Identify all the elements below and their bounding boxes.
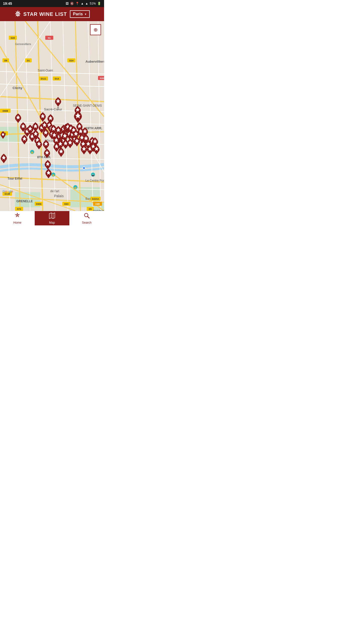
svg-text:👑: 👑: [31, 151, 33, 154]
app-title: STAR WINE LIST: [23, 11, 67, 17]
status-time: 19:45: [3, 2, 12, 6]
home-label: Home: [13, 221, 21, 224]
search-icon: [83, 212, 90, 220]
wine-marker[interactable]: [92, 144, 101, 154]
wine-marker[interactable]: [0, 131, 6, 139]
svg-text:N1: N1: [48, 37, 51, 39]
svg-text:Clichy: Clichy: [13, 86, 23, 90]
image-icon: 🖼: [66, 2, 69, 5]
svg-text:Saint-Ouen: Saint-Ouen: [38, 69, 53, 72]
wine-marker[interactable]: [72, 110, 83, 123]
wine-marker[interactable]: [43, 159, 52, 170]
svg-text:D63: D63: [64, 203, 69, 205]
svg-text:D111: D111: [41, 77, 46, 80]
nav-home[interactable]: Home: [0, 211, 35, 225]
svg-text:D24: D24: [69, 59, 74, 62]
nav-search[interactable]: Search: [69, 211, 104, 225]
wine-marker[interactable]: [46, 114, 55, 124]
svg-text:Aubervilliers: Aubervilliers: [85, 60, 104, 63]
wine-marker[interactable]: [14, 113, 22, 123]
city-selector[interactable]: Paris ▼: [70, 10, 90, 18]
svg-text:N301: N301: [100, 77, 104, 79]
crosshair-icon: ⊕: [94, 27, 98, 33]
svg-text:Palais: Palais: [54, 194, 64, 198]
svg-text:D906: D906: [36, 203, 41, 205]
google-g: G: [3, 189, 5, 193]
battery-text: 51%: [90, 2, 96, 5]
home-star-icon: [14, 212, 21, 220]
search-label: Search: [82, 221, 92, 224]
wine-marker[interactable]: [38, 112, 47, 122]
svg-text:D908: D908: [3, 110, 8, 112]
star-wine-icon: [14, 10, 21, 18]
svg-line-166: [87, 216, 89, 218]
svg-text:📷: 📷: [92, 174, 94, 176]
location-icon: 📍: [75, 2, 79, 5]
svg-text:D14: D14: [55, 77, 59, 80]
svg-text:Tour Eiffel: Tour Eiffel: [8, 177, 22, 180]
svg-text:D9: D9: [4, 59, 7, 62]
status-bar: 19:45 🖼 🔇 📍 ▲ ▲ 51% 🔋: [0, 0, 104, 7]
city-arrow: ▼: [84, 13, 87, 16]
svg-text:D20: D20: [11, 37, 15, 39]
city-name: Paris: [73, 12, 83, 16]
wifi-icon: ▲: [81, 2, 84, 5]
svg-text:D72: D72: [17, 208, 21, 210]
map-label: Map: [49, 221, 55, 224]
app-header: STAR WINE LIST Paris ▼: [0, 7, 104, 21]
map-icon: [49, 212, 55, 220]
status-icons: 🖼 🔇 📍 ▲ ▲ 51% 🔋: [66, 2, 101, 5]
svg-text:Le Centre Pompidou: Le Centre Pompidou: [85, 179, 104, 182]
svg-text:de l'art: de l'art: [50, 189, 59, 193]
app-logo: STAR WINE LIST: [14, 10, 67, 18]
current-location-dot: [82, 167, 85, 170]
bottom-navigation: Home Map Search: [0, 211, 104, 225]
map-container[interactable]: N1 N301 D20 D9 D1 D111 D14 D24 D908 N13 …: [0, 21, 104, 211]
svg-text:Bas: Bas: [85, 197, 91, 200]
google-e: e: [11, 189, 13, 193]
svg-text:👑: 👑: [74, 186, 77, 189]
mute-icon: 🔇: [70, 2, 74, 5]
svg-text:A6B: A6B: [95, 203, 100, 205]
svg-marker-162: [49, 213, 55, 219]
wine-marker[interactable]: [0, 153, 8, 163]
google-o2: o: [7, 189, 9, 193]
wine-marker[interactable]: [43, 148, 51, 158]
svg-text:D5: D5: [89, 208, 92, 210]
svg-text:D223A: D223A: [92, 198, 99, 200]
nav-map[interactable]: Map: [35, 211, 69, 225]
signal-icon: ▲: [85, 2, 88, 5]
wine-marker[interactable]: [54, 97, 62, 107]
wine-marker[interactable]: [44, 168, 53, 178]
location-button[interactable]: ⊕: [90, 24, 101, 35]
svg-text:GRENELLE: GRENELLE: [16, 199, 33, 203]
google-watermark: Google: [3, 189, 13, 193]
svg-text:D1: D1: [27, 59, 30, 62]
wine-marker[interactable]: [42, 139, 50, 149]
svg-text:Gennevilliers: Gennevilliers: [15, 43, 31, 46]
google-g2: g: [9, 189, 11, 193]
battery-icon: 🔋: [97, 2, 101, 5]
